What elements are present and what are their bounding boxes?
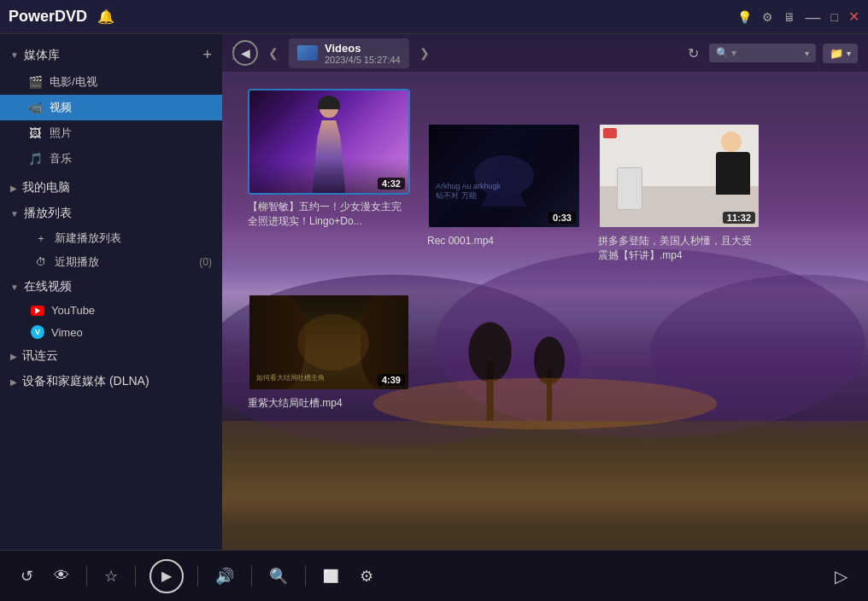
music-icon: 🎵	[27, 152, 43, 166]
path-breadcrumb: Videos 2023/4/5 15:27:44	[289, 38, 409, 68]
separator-4	[251, 566, 252, 586]
movies-icon: 🎬	[27, 75, 43, 89]
path-name: Videos	[325, 42, 401, 55]
xunlian-label: 讯连云	[22, 348, 212, 364]
video-card-1[interactable]: 4:32 【柳智敏】五约一！少女漫女主完全照进现实！Lingo+Do...	[248, 89, 410, 263]
sidebar-item-youtube[interactable]: YouTube	[0, 300, 222, 321]
zoom-in-button[interactable]: 🔍	[266, 563, 291, 589]
sidebar-item-photos[interactable]: 🖼 照片	[0, 120, 222, 146]
screen-icon[interactable]: 🖥	[783, 10, 795, 24]
minimize-button[interactable]: —	[806, 9, 821, 25]
chevron-down-icon: ▼	[10, 50, 19, 60]
sidebar-item-music[interactable]: 🎵 音乐	[0, 146, 222, 172]
volume-button[interactable]: 🔊	[212, 563, 238, 589]
duration-badge-1: 4:32	[378, 178, 405, 190]
recent-label: 近期播放	[55, 254, 199, 270]
photos-label: 照片	[50, 125, 212, 141]
chevron-down-icon-2: ▼	[10, 209, 19, 219]
online-video-label: 在线视频	[24, 279, 212, 295]
add-media-button[interactable]: +	[202, 46, 212, 64]
eye-button[interactable]: 👁	[50, 563, 73, 588]
video-card-4[interactable]: 如何看大结局吐槽主角 4:39 重紫大结局吐槽.mp4	[248, 294, 410, 411]
sidebar-section-dlna[interactable]: ▶ 设备和家庭媒体 (DLNA)	[0, 369, 222, 394]
thumbnails-area: 4:32 【柳智敏】五约一！少女漫女主完全照进现实！Lingo+Do... Ar…	[222, 72, 868, 550]
videos-icon: 📹	[27, 101, 43, 114]
path-info: Videos 2023/4/5 15:27:44	[325, 42, 401, 65]
chevron-down-icon-3: ▼	[10, 283, 19, 292]
recent-count: (0)	[199, 256, 212, 268]
content-area: ⋮ ◀ ❮ Videos 2023/4/5 15:27:44 ❯ ↻ ▾	[222, 34, 868, 550]
sidebar-item-movies[interactable]: 🎬 电影/电视	[0, 69, 222, 95]
content-toolbar: ⋮ ◀ ❮ Videos 2023/4/5 15:27:44 ❯ ↻ ▾	[222, 34, 868, 72]
mini-player-button[interactable]: ▷	[831, 563, 851, 590]
settings-icon[interactable]: ⚙	[762, 10, 773, 24]
separator-3	[197, 566, 198, 586]
dlna-label: 设备和家庭媒体 (DLNA)	[22, 374, 212, 389]
my-pc-label: 我的电脑	[22, 180, 212, 195]
bookmark-button[interactable]: ☆	[101, 563, 121, 589]
maximize-button[interactable]: □	[831, 10, 838, 24]
separator-1	[86, 566, 87, 586]
path-thumbnail	[297, 45, 318, 61]
folder-view-button[interactable]: 📁 ▾	[823, 44, 858, 63]
new-playlist-label: 新建播放列表	[55, 230, 121, 246]
chevron-right-icon: ▶	[10, 184, 17, 193]
play-icon: ▶	[161, 568, 172, 584]
folder-icon: 📁	[830, 47, 843, 60]
bulb-icon[interactable]: 💡	[737, 10, 752, 24]
sidebar-item-recent[interactable]: ⏱ 近期播放 (0)	[0, 250, 222, 274]
title-bar-icons: 💡 ⚙ 🖥 — □ ✕	[737, 9, 859, 25]
youtube-label: YouTube	[51, 304, 95, 317]
sidebar-section-media-library[interactable]: ▼ 媒体库 +	[0, 41, 222, 69]
close-button[interactable]: ✕	[848, 9, 859, 25]
search-dropdown-icon[interactable]: ▾	[805, 49, 809, 58]
duration-badge-3: 11:32	[723, 212, 755, 224]
title-bar: PowerDVD 🔔 💡 ⚙ 🖥 — □ ✕	[0, 0, 868, 34]
sidebar-section-playlist[interactable]: ▼ 播放列表	[0, 201, 222, 226]
plus-icon: ＋	[34, 231, 48, 246]
video-card-2[interactable]: Arkhug Au arkhugk钻不对 万能 0:33 Rec 0001.mp…	[427, 123, 581, 263]
duration-badge-2: 0:33	[548, 212, 576, 224]
vimeo-icon: V	[31, 325, 44, 339]
toolbar-nav: ❮	[265, 43, 282, 63]
sidebar-item-new-playlist[interactable]: ＋ 新建播放列表	[0, 226, 222, 250]
search-input[interactable]	[716, 47, 801, 59]
nav-prev-button[interactable]: ❮	[265, 43, 282, 63]
playlist-label: 播放列表	[24, 206, 212, 221]
separator-2	[135, 566, 136, 586]
duration-badge-4: 4:39	[378, 374, 405, 386]
folder-dropdown-icon: ▾	[847, 49, 851, 58]
recent-icon: ⏱	[34, 256, 48, 268]
chevron-right-icon-3: ▶	[10, 377, 17, 387]
video-title-4: 重紫大结局吐槽.mp4	[248, 396, 410, 411]
photos-icon: 🖼	[27, 126, 43, 140]
video-card-3[interactable]: 11:32 拼多多登陆，美国人秒懂，且大受震撼【轩讲】.mp4	[598, 123, 760, 263]
sidebar: ▼ 媒体库 + 🎬 电影/电视 📹 视频 🖼 照片 🎵 音乐 ▶ 我的电脑 ▼	[0, 34, 222, 550]
main-layout: ▼ 媒体库 + 🎬 电影/电视 📹 视频 🖼 照片 🎵 音乐 ▶ 我的电脑 ▼	[0, 34, 868, 550]
movies-label: 电影/电视	[50, 74, 212, 90]
media-library-label: 媒体库	[24, 48, 203, 63]
app-title: PowerDVD	[9, 8, 87, 26]
rotate-button[interactable]: ↺	[17, 563, 37, 589]
nav-next-button[interactable]: ❯	[416, 43, 433, 63]
search-box[interactable]: ▾	[709, 44, 816, 62]
player-bar: ↺ 👁 ☆ ▶ 🔊 🔍 ⬜ ⚙ ▷	[0, 550, 868, 601]
sidebar-item-vimeo[interactable]: V Vimeo	[0, 321, 222, 343]
sidebar-section-my-pc[interactable]: ▶ 我的电脑	[0, 175, 222, 201]
notification-bell-icon[interactable]: 🔔	[97, 9, 114, 25]
music-label: 音乐	[50, 151, 212, 166]
sidebar-section-xunlian[interactable]: ▶ 讯连云	[0, 343, 222, 369]
sidebar-item-videos[interactable]: 📹 视频	[0, 95, 222, 120]
settings-gear-button[interactable]: ⚙	[356, 563, 377, 589]
separator-5	[305, 566, 306, 586]
video-title-2: Rec 0001.mp4	[427, 234, 581, 248]
vr-button[interactable]: ⬜	[320, 565, 343, 587]
play-button[interactable]: ▶	[150, 559, 184, 593]
vimeo-label: Vimeo	[51, 326, 83, 339]
sidebar-section-online-video[interactable]: ▼ 在线视频	[0, 274, 222, 300]
youtube-icon	[31, 306, 44, 316]
context-menu-button[interactable]: ⋮	[222, 40, 244, 66]
path-date: 2023/4/5 15:27:44	[325, 55, 401, 65]
refresh-button[interactable]: ↻	[684, 42, 702, 65]
video-title-3: 拼多多登陆，美国人秒懂，且大受震撼【轩讲】.mp4	[598, 234, 760, 263]
